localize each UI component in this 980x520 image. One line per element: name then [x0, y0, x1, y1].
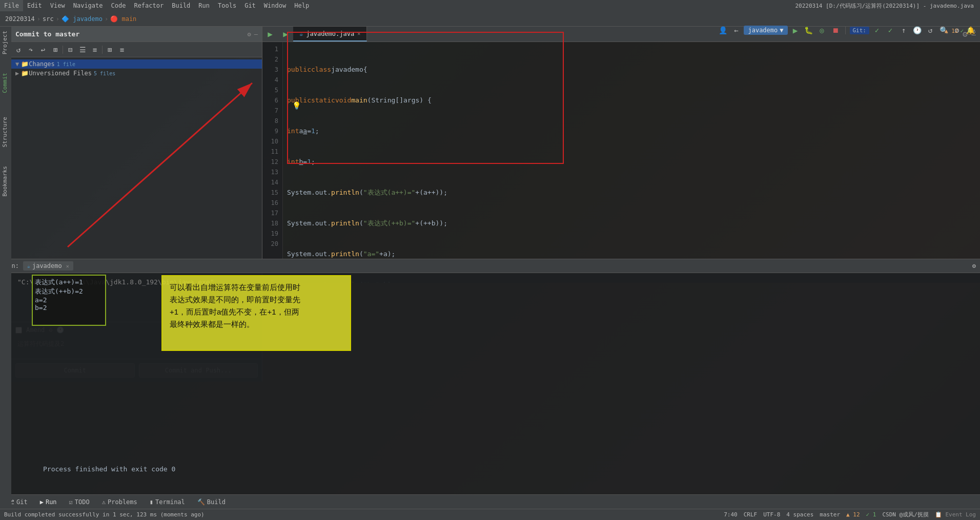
undo-icon[interactable]: ↷ — [26, 45, 36, 55]
changes-icon: 📁 — [21, 60, 29, 68]
build-status-text: Build completed successfully in 1 sec, 1… — [4, 511, 205, 518]
debug-button[interactable]: 🐛 — [803, 25, 814, 36]
menu-file[interactable]: File — [0, 0, 23, 11]
unversioned-item[interactable]: ▶ 📁 Unversioned Files 5 files — [11, 69, 262, 78]
bottom-tab-run[interactable]: ▶ Run — [37, 497, 60, 507]
panel-settings-icon[interactable]: ⚙ — [248, 31, 251, 38]
menu-navigate[interactable]: Navigate — [69, 0, 107, 11]
menu-view[interactable]: View — [46, 0, 69, 11]
terminal-icon: ▮ — [150, 498, 153, 506]
run-play-icon[interactable]: ▶ — [262, 29, 278, 39]
run-tab-javademo[interactable]: ☕ javademo ✕ — [23, 261, 73, 271]
back-button[interactable]: ← — [730, 25, 742, 36]
git-label: Git: — [850, 27, 870, 34]
commit-panel-header: Commit to master ⚙ — — [11, 27, 262, 42]
rollback-icon[interactable]: ↩ — [38, 45, 48, 55]
unversioned-arrow: ▶ — [15, 70, 19, 77]
cursor-position: 7:40 — [724, 511, 738, 518]
menu-help[interactable]: Help — [290, 0, 313, 11]
line-num-14: 14 — [262, 177, 282, 188]
tree-icon[interactable]: ⊞ — [105, 45, 115, 55]
menu-refactor[interactable]: Refactor — [130, 0, 168, 11]
line-num-11: 11 — [262, 147, 282, 157]
bottom-tab-problems[interactable]: ⚠ Problems — [99, 497, 140, 507]
changes-item[interactable]: ▼ 📁 Changes 1 file — [11, 59, 262, 69]
sidebar-tab-project[interactable]: Project — [0, 27, 11, 58]
status-warnings: ▲ 12 — [846, 511, 860, 518]
git-check-icon[interactable]: ✓ — [871, 25, 883, 36]
stop-button[interactable]: ⏹ — [830, 25, 841, 36]
refresh-icon[interactable]: ↺ — [13, 45, 24, 55]
run-java-icon: ☕ — [27, 263, 30, 269]
commit-panel-title: Commit to master — [15, 30, 79, 38]
line-num-18: 18 — [262, 218, 282, 228]
sidebar-tab-structure[interactable]: Structure — [0, 113, 11, 152]
breadcrumb-src: src — [43, 15, 54, 23]
editor-tab-javademo[interactable]: ☕ javademo.java ✕ — [293, 27, 367, 41]
code-line-4: int b=1; — [287, 157, 976, 167]
line-num-1: 1 — [262, 44, 282, 54]
line-numbers: 1 2 3 4 5 6 7 8 9 10 11 12 13 14 15 16 1… — [262, 42, 283, 283]
run-button[interactable]: ▶ — [790, 25, 801, 36]
line-num-9: 9 — [262, 126, 282, 136]
diff-icon[interactable]: ⊟ — [65, 45, 75, 55]
divider2 — [102, 46, 103, 54]
breadcrumb-javademo: 🔷 javademo — [62, 15, 103, 23]
bottom-tab-build[interactable]: 🔨 Build — [194, 497, 229, 507]
git-check2-icon[interactable]: ✓ — [885, 25, 896, 36]
file-encoding: UTF-8 — [763, 511, 780, 518]
lightbulb-icon[interactable]: 💡 — [292, 101, 301, 110]
git-refresh-icon[interactable]: ↑ — [898, 25, 909, 36]
indent-type: 4 spaces — [786, 511, 813, 518]
menu-git[interactable]: Git — [240, 0, 260, 11]
menu-edit[interactable]: Edit — [23, 0, 46, 11]
line-num-17: 17 — [262, 208, 282, 218]
run-tab-close-icon[interactable]: ✕ — [66, 263, 69, 269]
menu-run[interactable]: Run — [194, 0, 214, 11]
line-num-13: 13 — [262, 167, 282, 177]
sidebar-tab-bookmarks[interactable]: Bookmarks — [0, 162, 11, 201]
output-box: 表达式(a++)=1 表达式(++b)=2 a=2 b=2 — [32, 275, 106, 326]
sidebar-tab-commit[interactable]: Commit — [0, 69, 11, 97]
panel-header-icons: ⚙ — — [248, 31, 258, 38]
bottom-tab-terminal[interactable]: ▮ Terminal — [147, 497, 188, 507]
run-tab-text: Run — [46, 498, 57, 506]
run-content: ▶ ⏹ ≡ ⬇ 🗑 "C:\Program Files\Java\jdk1.8.… — [0, 273, 980, 509]
build-label: Build — [207, 498, 226, 506]
todo-label: TODO — [75, 498, 90, 506]
expand-icon[interactable]: ☰ — [77, 45, 88, 55]
build-icon: 🔨 — [197, 498, 205, 506]
annotation-text: 可以看出自增运算符在变量前后使用时表达式效果是不同的，即前置时变量先+1，而后置… — [170, 283, 300, 328]
profile-button[interactable]: 👤 — [717, 25, 728, 36]
menu-code[interactable]: Code — [107, 0, 130, 11]
event-log-icon[interactable]: 📋 Event Log — [935, 511, 976, 518]
csdn-label: CSDN @成风/抚摸 — [882, 511, 928, 518]
run-play2-icon[interactable]: ▶ — [278, 29, 293, 39]
run-command-line: "C:\Program Files\Java\jdk1.8.0_192\bin\… — [17, 277, 974, 287]
code-line-2: public static void main(String[] args) { — [287, 95, 976, 106]
git-history-icon[interactable]: 🕐 — [911, 25, 923, 36]
output-line-4: b=2 — [35, 304, 103, 311]
coverage-button[interactable]: ◎ — [816, 25, 828, 36]
menu-build[interactable]: Build — [168, 0, 194, 11]
list-icon[interactable]: ≡ — [117, 45, 127, 55]
tab-close-icon[interactable]: ✕ — [357, 31, 360, 36]
collapse-icon[interactable]: ≡ — [90, 45, 100, 55]
code-container: 1 2 3 4 5 6 7 8 9 10 11 12 13 14 15 16 1… — [262, 42, 980, 283]
annotation-box: 可以看出自增运算符在变量前后使用时表达式效果是不同的，即前置时变量先+1，而后置… — [161, 275, 351, 351]
line-num-2: 2 — [262, 54, 282, 65]
run-header-settings-icon[interactable]: ⚙ — [972, 262, 976, 269]
code-content[interactable]: public class javademo { public static vo… — [283, 42, 980, 283]
run-header: Run: ☕ javademo ✕ ⚙ — [0, 259, 980, 273]
warnings-indicator: ▲ 12 ✓ 1 ∧ — [941, 27, 980, 35]
menu-window[interactable]: Window — [260, 0, 290, 11]
changes-label: Changes — [29, 60, 55, 68]
git-undo-icon[interactable]: ↺ — [925, 25, 936, 36]
bottom-tab-todo[interactable]: ☑ TODO — [66, 497, 93, 507]
run-output: "C:\Program Files\Java\jdk1.8.0_192\bin\… — [11, 273, 980, 509]
line-num-6: 6 — [262, 95, 282, 106]
panel-close-icon[interactable]: — — [254, 31, 258, 38]
project-selector[interactable]: javademo ▼ — [744, 26, 787, 35]
menu-tools[interactable]: Tools — [214, 0, 240, 11]
redo-icon[interactable]: ⊞ — [50, 45, 60, 55]
